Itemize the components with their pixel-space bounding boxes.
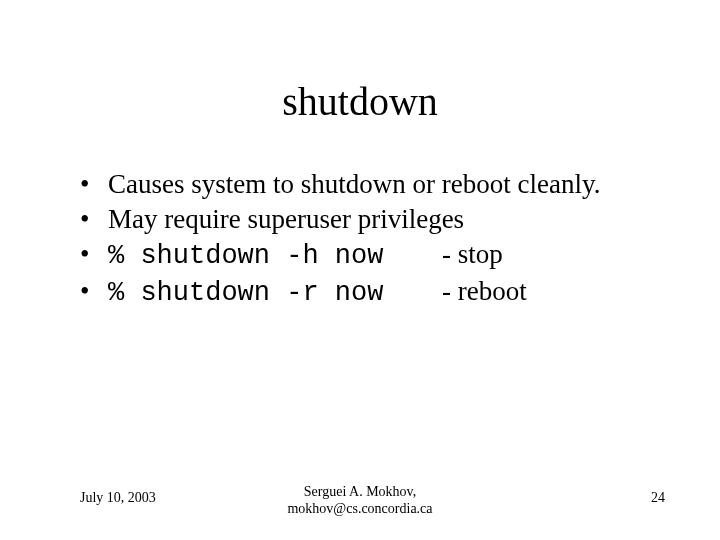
bullet-item: % shutdown -h now- stop: [80, 238, 660, 273]
bullet-text: Causes system to shutdown or reboot clea…: [108, 169, 600, 199]
slide: shutdown Causes system to shutdown or re…: [0, 0, 720, 540]
command-text: % shutdown -r now: [108, 277, 442, 310]
bullet-list: Causes system to shutdown or reboot clea…: [80, 168, 660, 310]
footer-author-line1: Serguei A. Mokhov,: [304, 484, 416, 499]
footer-page-number: 24: [651, 490, 665, 506]
bullet-item: % shutdown -r now- reboot: [80, 275, 660, 310]
footer-author-line2: mokhov@cs.concordia.ca: [287, 501, 432, 516]
slide-title: shutdown: [0, 78, 720, 125]
command-desc: - stop: [442, 239, 503, 269]
bullet-text: May require superuser privileges: [108, 204, 464, 234]
command-text: % shutdown -h now: [108, 240, 442, 273]
command-desc: - reboot: [442, 276, 527, 306]
bullet-item: Causes system to shutdown or reboot clea…: [80, 168, 660, 201]
bullet-item: May require superuser privileges: [80, 203, 660, 236]
slide-body: Causes system to shutdown or reboot clea…: [80, 168, 660, 312]
footer-author: Serguei A. Mokhov, mokhov@cs.concordia.c…: [0, 484, 720, 518]
